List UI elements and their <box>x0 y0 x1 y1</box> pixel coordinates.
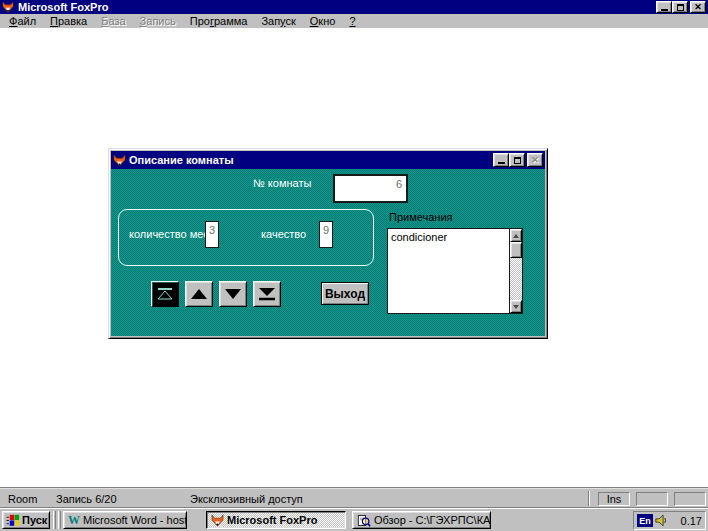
taskbar-separator <box>58 511 61 529</box>
exit-button[interactable]: Выход <box>321 282 369 305</box>
arrow-down-icon <box>513 305 519 309</box>
windows-logo-icon <box>6 514 20 527</box>
close-icon: ✕ <box>531 156 539 165</box>
arrow-up-icon <box>513 234 519 238</box>
menu-help[interactable]: ? <box>342 14 362 28</box>
dialog-minimize-button[interactable] <box>493 153 509 167</box>
status-work-area: Room <box>8 493 37 505</box>
close-button[interactable]: ✕ <box>690 1 706 13</box>
seats-field[interactable]: 3 <box>205 221 219 248</box>
last-record-icon <box>258 287 276 301</box>
dialog-titlebar[interactable]: Описание комнаты ✕ <box>111 151 545 169</box>
dialog-body: № комнаты 6 количество мест 3 качество 9… <box>111 169 545 336</box>
arrow-up-icon <box>190 288 208 300</box>
ins-indicator: Ins <box>598 492 630 506</box>
foxpro-icon <box>113 154 126 167</box>
next-record-button[interactable] <box>219 281 247 307</box>
menu-window[interactable]: Окно <box>303 14 343 28</box>
status-panel-empty-2 <box>674 492 706 506</box>
dialog-maximize-button[interactable] <box>509 153 525 167</box>
last-record-button[interactable] <box>253 281 281 307</box>
main-titlebar: Microsoft FoxPro ✕ <box>0 0 708 14</box>
scroll-up-button[interactable] <box>510 229 522 242</box>
status-access-mode: Эксклюзивный доступ <box>190 493 303 505</box>
minimize-icon <box>498 162 505 164</box>
statusbar: Room Запись 6/20 Эксклюзивный доступ Ins <box>0 488 708 508</box>
status-divider <box>588 491 590 506</box>
menubar: Файл Правка База Запись Программа Запуск… <box>0 14 708 28</box>
word-icon: W <box>68 513 80 528</box>
minimize-icon <box>661 9 668 11</box>
room-number-label: № комнаты <box>253 177 311 189</box>
taskbar-separator <box>53 511 56 529</box>
dialog-title: Описание комнаты <box>129 154 234 166</box>
menu-run[interactable]: Запуск <box>254 14 302 28</box>
foxpro-icon <box>2 1 14 13</box>
status-panel-empty-1 <box>636 492 668 506</box>
arrow-down-icon <box>224 288 242 300</box>
taskbar-button-word[interactable]: W Microsoft Word - hostel <box>63 511 187 529</box>
foxpro-icon <box>211 514 224 527</box>
quality-label: качество <box>261 228 306 240</box>
status-record-counter: Запись 6/20 <box>56 493 117 505</box>
first-record-button[interactable] <box>151 281 179 307</box>
notes-text[interactable]: condicioner <box>388 229 509 313</box>
notes-memo[interactable]: condicioner <box>387 228 523 314</box>
first-record-icon <box>156 287 174 301</box>
menu-edit[interactable]: Правка <box>43 14 94 28</box>
minimize-button[interactable] <box>656 1 672 13</box>
menu-record: Запись <box>133 14 183 28</box>
taskbar: Пуск W Microsoft Word - hostel Microsoft… <box>0 508 708 531</box>
menu-file[interactable]: Файл <box>2 14 43 28</box>
taskbar-button-foxpro[interactable]: Microsoft FoxPro <box>206 511 346 529</box>
notes-label: Примечания <box>389 211 453 223</box>
dialog-close-button: ✕ <box>527 153 543 167</box>
room-number-field[interactable]: 6 <box>333 174 408 203</box>
scroll-down-button[interactable] <box>510 300 522 313</box>
close-icon: ✕ <box>694 3 702 12</box>
taskbar-button-explorer[interactable]: Обзор - C:\ГЭХРПС\КАД... <box>352 511 491 529</box>
language-indicator[interactable]: En <box>637 514 653 527</box>
menu-program[interactable]: Программа <box>183 14 255 28</box>
speaker-icon[interactable] <box>655 514 668 527</box>
room-description-dialog: Описание комнаты ✕ № комнаты 6 количеств… <box>108 148 548 339</box>
quality-field[interactable]: 9 <box>319 221 333 248</box>
previous-record-button[interactable] <box>185 281 213 307</box>
notes-scrollbar[interactable] <box>509 229 522 313</box>
maximize-icon <box>514 157 521 164</box>
restore-icon <box>677 4 684 11</box>
seats-label: количество мест <box>129 228 214 240</box>
start-button[interactable]: Пуск <box>2 511 50 529</box>
tray-timer: 0.17 <box>681 515 702 527</box>
menu-database: База <box>94 14 132 28</box>
app-title: Microsoft FoxPro <box>18 0 108 14</box>
start-label: Пуск <box>22 514 47 526</box>
restore-button[interactable] <box>672 1 688 13</box>
scroll-thumb[interactable] <box>510 242 522 258</box>
room-params-groupbox: количество мест 3 качество 9 <box>118 209 374 266</box>
scroll-track[interactable] <box>510 258 522 300</box>
browse-icon <box>357 514 371 527</box>
system-tray: En 0.17 <box>633 511 706 530</box>
